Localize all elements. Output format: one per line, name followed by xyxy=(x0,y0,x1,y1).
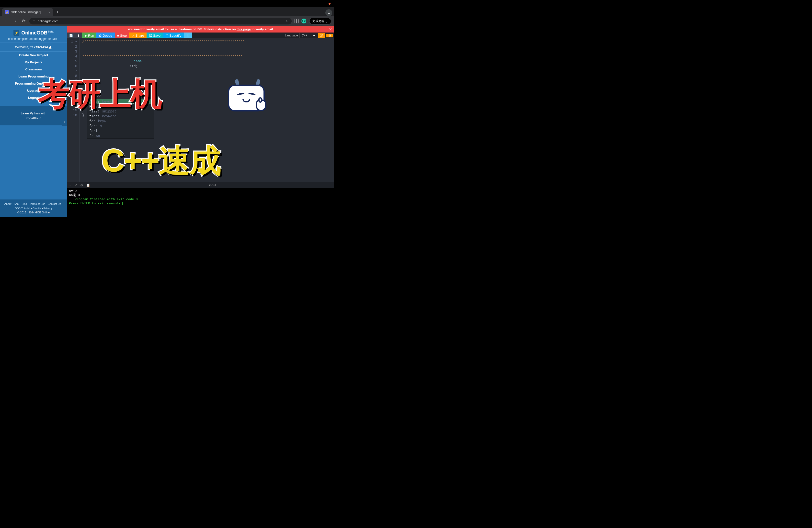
beautify-button[interactable]: { } Beautify xyxy=(163,32,184,39)
stop-button[interactable]: ■ Stop xyxy=(115,32,129,39)
logo-tagline: online compiler and debugger for c/c++ xyxy=(2,37,64,41)
back-button[interactable]: ← xyxy=(3,19,9,24)
verify-email-alert: You need to verify email to use all feat… xyxy=(67,26,334,32)
site-info-icon[interactable]: ⊟ xyxy=(33,19,35,23)
footer-credits[interactable]: Credits xyxy=(32,207,41,210)
autocomplete-item[interactable]: fores xyxy=(87,124,154,129)
sidebar: ⚡ OnlineGDBbeta online compiler and debu… xyxy=(0,26,67,217)
sidebar-footer: About • FAQ • Blog • Terms of Use • Cont… xyxy=(0,199,67,217)
footer-blog[interactable]: Blog xyxy=(21,202,27,205)
promo-box[interactable]: Learn Python with KodeKloud xyxy=(0,106,67,125)
run-button[interactable]: ▶ Run xyxy=(82,32,97,39)
copyright: © 2016 - 2024 GDB Online xyxy=(2,210,64,215)
console-cursor xyxy=(122,202,124,205)
autocomplete-item[interactable]: falsekeyword xyxy=(87,99,154,104)
reload-button[interactable]: ⟳ xyxy=(20,18,26,24)
footer-contact[interactable]: Contact Us xyxy=(48,202,61,205)
sidepanel-icon[interactable] xyxy=(294,19,299,23)
profile-avatar[interactable]: 叶青 xyxy=(301,19,306,24)
logo-text: OnlineGDBbeta xyxy=(21,30,53,36)
footer-faq[interactable]: FAQ xyxy=(14,202,19,205)
window-control-dot xyxy=(329,3,331,5)
content-area: ⚡ OnlineGDBbeta online compiler and debu… xyxy=(0,26,334,217)
footer-about[interactable]: About xyxy=(4,202,12,205)
autocomplete-item[interactable]: fori xyxy=(87,129,154,134)
new-file-button[interactable]: 📄 xyxy=(67,32,75,39)
notification-bell-icon[interactable] xyxy=(48,45,52,49)
tab-dropdown-button[interactable]: ⌄ xyxy=(325,9,332,16)
new-tab-button[interactable]: + xyxy=(53,8,61,16)
language-select[interactable]: C++ xyxy=(300,33,316,38)
debug-button[interactable]: ✿ Debug xyxy=(97,32,115,39)
url-bar: ← → ⟳ ⊟ onlinegdb.com ☆ 叶青 完成更新⋮ xyxy=(0,16,334,26)
browser-title-bar xyxy=(0,0,334,7)
autocomplete-popup[interactable]: falsekeyword FALSEkeyword flistsnippet f… xyxy=(87,99,154,139)
autocomplete-item[interactable]: FALSEkeyword xyxy=(87,104,154,109)
alert-close-icon[interactable]: × xyxy=(329,27,332,32)
sidebar-collapse-button[interactable]: ‹ xyxy=(62,117,67,126)
footer-privacy[interactable]: Privacy xyxy=(44,207,52,210)
browser-tab[interactable]: ⚡ GDB online Debugger | Comp × xyxy=(2,8,53,16)
upload-button[interactable]: ⬆ xyxy=(75,32,82,39)
console-toolbar: ⌄ ⤢ ⚙ 📋 input xyxy=(67,182,334,188)
info-button[interactable]: ⓘ xyxy=(318,33,325,37)
menu-classroom[interactable]: Classroom xyxy=(0,66,67,73)
download-button[interactable]: ⬇ xyxy=(184,32,192,39)
footer-terms[interactable]: Terms of Use xyxy=(29,202,45,205)
menu-my-projects[interactable]: My Projects xyxy=(0,59,67,66)
logo-icon: ⚡ xyxy=(13,30,19,36)
forward-button[interactable]: → xyxy=(12,19,18,24)
tab-bar: ⚡ GDB online Debugger | Comp × + ⌄ xyxy=(0,7,334,16)
url-input[interactable]: ⊟ onlinegdb.com ☆ xyxy=(29,18,292,25)
autocomplete-item[interactable]: flistsnippet xyxy=(87,109,154,114)
welcome-message: Welcome, 1171374494 xyxy=(0,43,67,51)
tab-title: GDB online Debugger | Comp xyxy=(11,11,46,14)
logo-area: ⚡ OnlineGDBbeta online compiler and debu… xyxy=(0,26,67,43)
autocomplete-item[interactable]: forkeyw xyxy=(87,119,154,124)
language-label: Language xyxy=(285,34,298,37)
menu-upgrade[interactable]: Upgrade xyxy=(0,87,67,94)
save-button[interactable]: 🖫 Save xyxy=(147,32,163,39)
line-gutter: 1 ▾2345678910111213141516 xyxy=(67,39,80,182)
url-text: onlinegdb.com xyxy=(38,19,58,23)
console-label: input xyxy=(209,183,216,187)
share-button[interactable]: ↗ Share xyxy=(129,32,147,39)
code-editor[interactable]: 1 ▾2345678910111213141516 /*************… xyxy=(67,39,334,182)
sidebar-menu: Create New Project My Projects Classroom… xyxy=(0,51,67,101)
tab-close-icon[interactable]: × xyxy=(48,10,50,14)
console-settings-icon[interactable]: ⚙ xyxy=(80,183,83,187)
footer-tutorial[interactable]: GDB Tutorial xyxy=(15,207,30,210)
update-button[interactable]: 完成更新⋮ xyxy=(309,18,331,25)
console-copy-icon[interactable]: 📋 xyxy=(86,183,90,187)
bookmark-icon[interactable]: ☆ xyxy=(285,19,288,23)
menu-create-project[interactable]: Create New Project xyxy=(0,51,67,59)
settings-button[interactable]: ⚙ xyxy=(327,34,333,37)
verify-email-link[interactable]: this page xyxy=(236,27,250,31)
console-expand-icon[interactable]: ⤢ xyxy=(75,183,77,187)
console-output[interactable]: a=10 bb是 3 ...Program finished with exit… xyxy=(67,188,334,217)
menu-programming-questions[interactable]: Programming Questions xyxy=(0,80,67,87)
autocomplete-item[interactable]: floatkeyword xyxy=(87,114,154,119)
autocomplete-item[interactable]: frsn xyxy=(87,134,154,138)
console-collapse-icon[interactable]: ⌄ xyxy=(69,183,72,187)
tab-favicon: ⚡ xyxy=(5,10,9,14)
toolbar: 📄 ⬆ ▶ Run ✿ Debug ■ Stop ↗ Share 🖫 Save … xyxy=(67,32,334,39)
menu-learn-programming[interactable]: Learn Programming xyxy=(0,73,67,80)
menu-logout[interactable]: Logout xyxy=(0,94,67,101)
main-area: You need to verify email to use all feat… xyxy=(67,26,334,217)
